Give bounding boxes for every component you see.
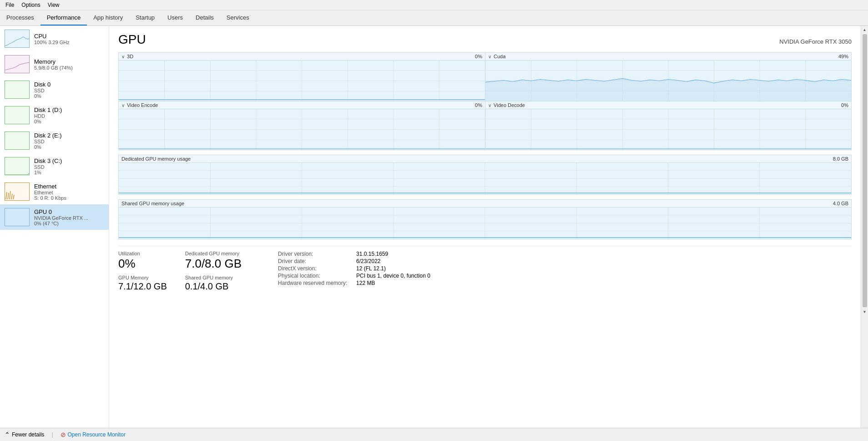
sidebar-item-disk1[interactable]: Disk 1 (D:) HDD 0% xyxy=(0,102,109,128)
fewer-details-button[interactable]: ⌃ Fewer details xyxy=(5,431,44,438)
fewer-details-label: Fewer details xyxy=(12,431,44,438)
disk2-label: Disk 2 (E:) xyxy=(34,132,104,139)
cpu-info: CPU 100% 3.29 GHz xyxy=(34,33,104,45)
chart-cuda-title: ∨ Cuda xyxy=(488,54,505,59)
chart-3d-header: ∨ 3D 0% xyxy=(119,53,485,60)
chart-3d-body xyxy=(119,60,485,101)
scroll-up-arrow[interactable]: ▲ xyxy=(861,26,868,33)
svg-rect-3 xyxy=(5,106,30,124)
chart-cuda-body xyxy=(485,60,851,101)
info-key-driver-date: Driver date: xyxy=(278,258,347,264)
svg-rect-0 xyxy=(5,30,30,48)
chart-video-decode-value: 0% xyxy=(841,102,848,108)
gpu0-info: GPU 0 NVIDIA GeForce RTX ... 0% (47 °C) xyxy=(34,208,104,226)
disk0-usage: 0% xyxy=(34,93,104,99)
sidebar-item-gpu0[interactable]: GPU 0 NVIDIA GeForce RTX ... 0% (47 °C) xyxy=(0,204,109,230)
chart-video-decode-body xyxy=(485,109,851,150)
gpu0-thumbnail xyxy=(5,208,30,226)
info-key-driver-version: Driver version: xyxy=(278,251,347,257)
disk1-thumbnail xyxy=(5,106,30,124)
tab-processes[interactable]: Processes xyxy=(0,10,40,25)
info-key-physical-location: Physical location: xyxy=(278,273,347,279)
tab-performance[interactable]: Performance xyxy=(40,10,87,25)
tab-app-history[interactable]: App history xyxy=(87,10,129,25)
chart-video-decode: ∨ Video Decode 0% xyxy=(485,101,852,150)
open-monitor-icon: ⊘ xyxy=(61,431,66,438)
chart-video-encode-value: 0% xyxy=(475,102,482,108)
info-val-driver-date: 6/23/2022 xyxy=(356,258,430,264)
disk1-label: Disk 1 (D:) xyxy=(34,106,104,113)
charts-top-row: ∨ 3D 0% xyxy=(118,52,852,101)
dedicated-memory-label: Dedicated GPU memory xyxy=(185,251,242,256)
menu-bar: File Options View xyxy=(0,0,868,10)
menu-view[interactable]: View xyxy=(44,1,63,9)
sidebar-item-ethernet[interactable]: Ethernet Ethernet S: 0 R: 0 Kbps xyxy=(0,179,109,204)
chart-dedicated-memory-header: Dedicated GPU memory usage 8.0 GB xyxy=(119,155,851,162)
menu-options[interactable]: Options xyxy=(18,1,44,9)
disk2-type: SSD xyxy=(34,139,104,144)
chart-3d-title: ∨ 3D xyxy=(121,54,133,59)
cpu-label: CPU xyxy=(34,33,104,40)
open-resource-monitor-button[interactable]: ⊘ Open Resource Monitor xyxy=(61,431,126,438)
stats-row: Utilization 0% GPU Memory 7.1/12.0 GB De… xyxy=(118,246,852,292)
gpu0-usage: 0% (47 °C) xyxy=(34,221,104,226)
chart-video-encode: ∨ Video Encode 0% xyxy=(118,101,485,150)
svg-rect-5 xyxy=(5,157,30,175)
tab-details[interactable]: Details xyxy=(189,10,220,25)
gpu-title: GPU xyxy=(118,32,146,47)
chart-dedicated-memory: Dedicated GPU memory usage 8.0 GB xyxy=(118,155,852,195)
utilization-group: Utilization 0% GPU Memory 7.1/12.0 GB xyxy=(118,251,167,292)
chart-cuda: ∨ Cuda 49% xyxy=(485,52,852,101)
gpu-content: GPU NVIDIA GeForce RTX 3050 ∨ 3D 0% xyxy=(109,26,861,428)
disk0-thumbnail xyxy=(5,81,30,99)
chart-shared-memory: Shared GPU memory usage 4.0 GB xyxy=(118,199,852,239)
chart-3d: ∨ 3D 0% xyxy=(118,52,485,101)
sidebar-item-memory[interactable]: Memory 5.9/8.0 GB (74%) xyxy=(0,51,109,77)
gpu0-model: NVIDIA GeForce RTX ... xyxy=(34,215,104,221)
tab-startup[interactable]: Startup xyxy=(129,10,161,25)
disk3-thumbnail xyxy=(5,157,30,175)
charts-second-row: ∨ Video Encode 0% xyxy=(118,101,852,150)
sidebar-item-cpu[interactable]: CPU 100% 3.29 GHz xyxy=(0,26,109,51)
chart-shared-memory-body xyxy=(119,207,851,239)
chart-shared-memory-header: Shared GPU memory usage 4.0 GB xyxy=(119,200,851,207)
disk3-usage: 1% xyxy=(34,170,104,175)
info-val-directx: 12 (FL 12.1) xyxy=(356,265,430,272)
svg-rect-6 xyxy=(5,183,30,201)
info-key-directx: DirectX version: xyxy=(278,265,347,272)
disk0-info: Disk 0 SSD 0% xyxy=(34,81,104,99)
ethernet-speed: S: 0 R: 0 Kbps xyxy=(34,195,104,201)
disk1-type: HDD xyxy=(34,113,104,119)
info-val-hw-reserved: 122 MB xyxy=(356,280,430,286)
ethernet-thumbnail xyxy=(5,182,30,201)
sidebar-item-disk0[interactable]: Disk 0 SSD 0% xyxy=(0,77,109,102)
memory-label: Memory xyxy=(34,58,104,65)
menu-file[interactable]: File xyxy=(2,1,18,9)
disk2-usage: 0% xyxy=(34,144,104,150)
chart-video-encode-header: ∨ Video Encode 0% xyxy=(119,101,485,109)
utilization-label: Utilization xyxy=(118,251,167,256)
tab-users[interactable]: Users xyxy=(161,10,189,25)
utilization-value: 0% xyxy=(118,257,167,270)
sidebar-item-disk3[interactable]: Disk 3 (C:) SSD 1% xyxy=(0,153,109,179)
fewer-details-icon: ⌃ xyxy=(5,431,10,438)
chart-cuda-value: 49% xyxy=(838,54,848,59)
main-layout: CPU 100% 3.29 GHz Memory 5.9/8.0 GB (74%… xyxy=(0,26,868,428)
shared-memory-value: 0.1/4.0 GB xyxy=(185,281,242,292)
disk2-thumbnail xyxy=(5,132,30,150)
scroll-down-arrow[interactable]: ▼ xyxy=(861,308,868,315)
disk0-type: SSD xyxy=(34,88,104,93)
content-header: GPU NVIDIA GeForce RTX 3050 xyxy=(118,32,852,47)
dedicated-memory-group: Dedicated GPU memory 7.0/8.0 GB Shared G… xyxy=(185,251,242,292)
chart-dedicated-memory-title: Dedicated GPU memory usage xyxy=(121,156,191,162)
sidebar-item-disk2[interactable]: Disk 2 (E:) SSD 0% xyxy=(0,128,109,153)
chart-shared-memory-title: Shared GPU memory usage xyxy=(121,201,184,206)
memory-thumbnail xyxy=(5,55,30,73)
disk1-info: Disk 1 (D:) HDD 0% xyxy=(34,106,104,124)
tab-services[interactable]: Services xyxy=(220,10,256,25)
scroll-thumb[interactable] xyxy=(863,34,867,307)
chart-video-decode-header: ∨ Video Decode 0% xyxy=(485,101,851,109)
memory-info: Memory 5.9/8.0 GB (74%) xyxy=(34,58,104,71)
svg-rect-2 xyxy=(5,81,30,99)
disk2-info: Disk 2 (E:) SSD 0% xyxy=(34,132,104,150)
